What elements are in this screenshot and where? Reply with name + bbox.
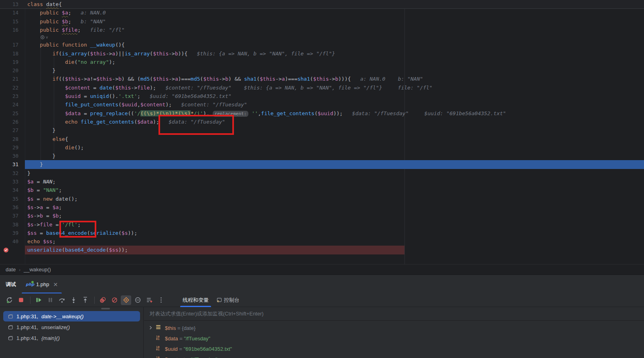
close-icon[interactable]: ✕ xyxy=(53,281,58,288)
line-number[interactable]: 19 xyxy=(0,58,18,66)
line-number[interactable]: 18 xyxy=(0,49,18,58)
line-number[interactable]: 31 xyxy=(0,160,18,169)
breadcrumb-item[interactable]: __wakeup() xyxy=(24,266,51,273)
add-watch-button[interactable] xyxy=(144,295,154,305)
code-line[interactable]: 39$ss = base64_encode(serialize($s)); xyxy=(0,229,644,238)
code-line[interactable]: 24 file_put_contents($uuid,$content); $c… xyxy=(0,100,644,109)
code-line[interactable]: 13class date{ xyxy=(0,0,644,9)
step-over-button[interactable] xyxy=(57,295,67,305)
code-line[interactable]: 40echo $ss; xyxy=(0,237,644,246)
code-line[interactable]: 19 die("no array"); xyxy=(0,58,644,67)
code-line[interactable]: 20 } xyxy=(0,66,644,75)
code-line[interactable]: 16 public $file; file: "/fl" xyxy=(0,26,644,35)
line-number[interactable]: 33 xyxy=(0,177,18,186)
tab-threads-variables[interactable]: 线程和变量 xyxy=(179,293,213,307)
line-number[interactable]: 29 xyxy=(0,143,18,152)
more-button[interactable] xyxy=(156,295,166,305)
code-line[interactable]: 31 } xyxy=(0,160,644,169)
stack-frame-row[interactable]: 1.php:31, date->__wakeup() xyxy=(3,311,140,321)
rerun-button[interactable] xyxy=(4,295,14,305)
code-line[interactable]: 18 if(is_array($this->a)||is_array($this… xyxy=(0,49,644,58)
code-line[interactable]: 17 public function __wakeup(){ xyxy=(0,41,644,49)
line-number[interactable]: 25 xyxy=(0,109,18,118)
code-line[interactable]: 37$s->b = $b; xyxy=(0,212,644,220)
code-line[interactable]: 29 die(); xyxy=(0,143,644,152)
variable-row[interactable]: 1001$data = "/fTuesday" xyxy=(144,333,644,344)
code-line[interactable]: 34$b = "NAN"; xyxy=(0,186,644,195)
debug-listener-button[interactable] xyxy=(121,295,131,305)
line-number[interactable]: 24 xyxy=(0,100,18,109)
line-number[interactable]: 36 xyxy=(0,203,18,212)
breakpoint-icon[interactable] xyxy=(3,247,9,253)
step-into-button[interactable] xyxy=(68,295,79,305)
breadcrumb-item[interactable]: date xyxy=(6,266,16,273)
code-line[interactable]: 38$s->file = '/fl'; xyxy=(0,220,644,229)
toolbar-separator xyxy=(94,297,95,304)
code-line[interactable]: 22 $content = date($this->file); $conten… xyxy=(0,83,644,92)
line-number[interactable]: 34 xyxy=(0,186,18,194)
stop-button[interactable] xyxy=(16,295,26,305)
code-line[interactable]: 36$s->a = $a; xyxy=(0,203,644,212)
code-line[interactable]: 28 else{ xyxy=(0,135,644,144)
line-number[interactable]: 37 xyxy=(0,212,18,220)
line-number[interactable]: 17 xyxy=(0,41,18,49)
variable-row[interactable]: 1001$content = "/fTuesday" xyxy=(144,354,644,358)
line-number[interactable]: 32 xyxy=(0,169,18,177)
line-number[interactable]: 21 xyxy=(0,75,18,83)
code-text: public $file; file: "/fl" xyxy=(27,26,125,34)
line-number[interactable]: 13 xyxy=(0,0,18,8)
line-number[interactable]: 22 xyxy=(0,83,18,92)
code-line[interactable]: 25 $data = preg_replace(('/((\s)*(\n))*(… xyxy=(0,109,644,118)
code-line[interactable]: 21 if(($this->a!=$this->b) && (md5($this… xyxy=(0,75,644,83)
step-out-button[interactable] xyxy=(80,295,90,305)
code-line[interactable]: unserialize(base64_decode($ss)); xyxy=(0,246,644,254)
code-text: } xyxy=(27,169,30,177)
code-line[interactable]: 35$s = new date(); xyxy=(0,195,644,203)
variable-row[interactable]: 1001$uuid = "691be56a04352.txt" xyxy=(144,344,644,354)
code-line[interactable]: 27 } xyxy=(0,126,644,135)
line-number[interactable]: 28 xyxy=(0,135,18,143)
php-icon: php xyxy=(26,282,34,287)
line-number[interactable]: 14 xyxy=(0,8,18,17)
frames-panel[interactable]: 1.php:31, date->__wakeup()1.php:41, unse… xyxy=(0,307,144,358)
resume-button[interactable] xyxy=(33,295,44,305)
scrollbar-thumb[interactable] xyxy=(101,308,110,309)
variable-row[interactable]: $this = {date} xyxy=(144,323,644,333)
settings-button[interactable] xyxy=(132,295,143,305)
line-number[interactable]: 16 xyxy=(0,26,18,34)
line-number[interactable]: 27 xyxy=(0,126,18,134)
code-editor[interactable]: 13class date{14 public $a; a: NAN.015 pu… xyxy=(0,0,644,264)
mute-breakpoints-button[interactable] xyxy=(109,295,120,305)
code-line[interactable]: 15 public $b; b: "NAN" xyxy=(0,17,644,26)
line-number[interactable]: 30 xyxy=(0,152,18,160)
line-number[interactable]: 23 xyxy=(0,92,18,100)
variables-list[interactable]: $this = {date}1001$data = "/fTuesday"100… xyxy=(144,321,644,358)
line-number[interactable]: 20 xyxy=(0,66,18,75)
code-line[interactable]: 32} xyxy=(0,169,644,178)
line-number[interactable]: 39 xyxy=(0,229,18,237)
code-line[interactable]: 23 $uuid = uniqid().'.txt'; $uuid: "691b… xyxy=(0,92,644,101)
line-number[interactable]: 15 xyxy=(0,17,18,26)
stack-frame-row[interactable]: 1.php:41, {main}() xyxy=(3,333,140,343)
code-line[interactable]: 33$a = NAN; xyxy=(0,177,644,186)
line-number[interactable]: 40 xyxy=(0,237,18,246)
view-breakpoints-button[interactable] xyxy=(98,295,108,305)
code-line[interactable]: 26 echo file_get_contents($data); $data:… xyxy=(0,118,644,126)
line-number[interactable]: 26 xyxy=(0,118,18,126)
line-number[interactable]: 38 xyxy=(0,220,18,229)
binary-icon: 1001 xyxy=(156,336,162,341)
chevron-right-icon[interactable] xyxy=(148,325,154,331)
binary-icon: 1001 xyxy=(156,346,162,352)
watch-expression-input[interactable]: 对表达式求值(Enter)或添加监视(Ctrl+Shift+Enter) xyxy=(144,307,644,321)
method-inlay-icon[interactable]: ˅ xyxy=(40,35,52,40)
debug-session-tab[interactable]: php 1.php ✕ xyxy=(21,275,63,294)
breadcrumb[interactable]: date›__wakeup() xyxy=(0,264,644,275)
line-number[interactable]: 35 xyxy=(0,195,18,203)
frame-icon xyxy=(8,314,13,319)
code-line[interactable]: 14 public $a; a: NAN.0 xyxy=(0,8,644,17)
code-line[interactable]: 30 } xyxy=(0,152,644,161)
stack-frame-row[interactable]: 1.php:41, unserialize() xyxy=(3,322,140,332)
tab-console[interactable]: 控制台 xyxy=(213,293,244,307)
debug-toolwindow-header: 调试 php 1.php ✕ xyxy=(0,275,644,293)
pause-button[interactable] xyxy=(45,295,55,305)
